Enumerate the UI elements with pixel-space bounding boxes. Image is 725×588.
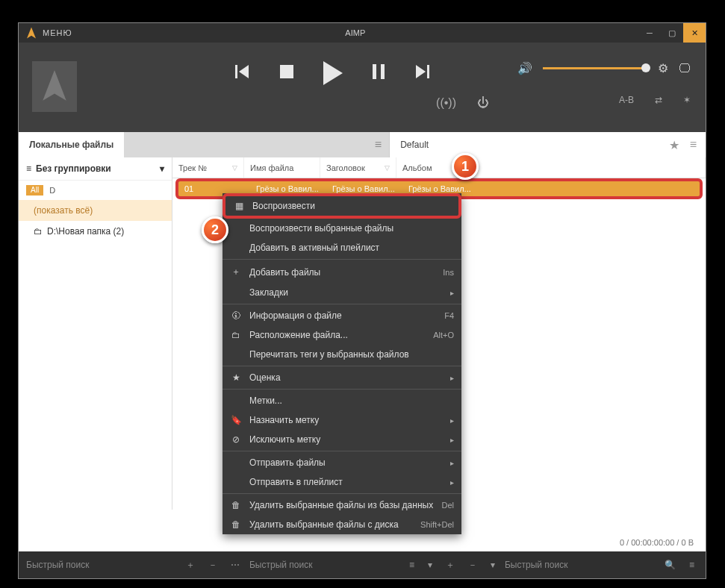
minimize-button[interactable]: ─ xyxy=(638,23,661,43)
equalizer-button[interactable]: ⚙ xyxy=(658,61,668,75)
sidebar: ≡ Без группировки ▾ All D (показать всё)… xyxy=(19,157,172,510)
sidebar-folder[interactable]: 🗀 D:\Новая папка (2) xyxy=(19,221,172,242)
play-icon: ▦ xyxy=(233,201,245,211)
close-button[interactable]: ✕ xyxy=(683,23,706,43)
aimp-logo-icon xyxy=(40,70,69,103)
playlist-menu-icon[interactable]: ≡ xyxy=(690,138,697,151)
sort-2-button[interactable]: ▾ xyxy=(487,560,499,570)
player-panel: 🔊 ⚙ 🖵 ((•)) ⏻ A-B ⇄ ✶ xyxy=(19,43,706,132)
annotation-badge-2: 2 xyxy=(202,216,228,243)
maximize-button[interactable]: ▢ xyxy=(661,23,683,43)
ctx-play[interactable]: ▦Воспроизвести xyxy=(223,193,461,219)
footer-bar: Быстрый поиск ＋ － ⋯ Быстрый поиск ≡ ▾ ＋ … xyxy=(19,551,706,578)
grouping-label: Без группировки xyxy=(36,163,111,174)
ctx-sep xyxy=(223,451,461,451)
prev-button[interactable] xyxy=(235,65,250,81)
ctx-bookmarks[interactable]: Закладки xyxy=(223,283,461,302)
chip-all[interactable]: All xyxy=(26,185,43,196)
quick-search-3[interactable]: Быстрый поиск xyxy=(505,560,655,570)
col-album[interactable]: Альбом xyxy=(396,157,706,178)
tab-local-files[interactable]: Локальные файлы xyxy=(19,132,124,157)
app-title: AIMP xyxy=(72,28,638,37)
menu-button[interactable]: МЕНЮ xyxy=(43,28,72,37)
svg-rect-2 xyxy=(373,64,376,79)
ctx-send-playlist[interactable]: Отправить в плейлист xyxy=(223,472,461,492)
folder-icon: 🗀 xyxy=(34,226,43,237)
ctx-labels[interactable]: Метки... xyxy=(223,391,461,410)
svg-rect-3 xyxy=(381,64,385,79)
sort-icon[interactable]: ▾ xyxy=(424,560,436,570)
star-icon: ★ xyxy=(230,372,242,383)
ctx-file-info[interactable]: 🛈Информация о файлеF4 xyxy=(223,306,461,325)
volume-icon[interactable]: 🔊 xyxy=(517,61,532,75)
radio-icon[interactable]: ((•)) xyxy=(436,96,456,110)
remove-2-button[interactable]: － xyxy=(464,559,481,572)
add-button[interactable]: ＋ xyxy=(182,559,199,572)
ctx-add-active-playlist[interactable]: Добавить в активный плейлист xyxy=(223,238,461,257)
shuffle-button[interactable]: ✶ xyxy=(683,95,691,105)
tab-default[interactable]: Default xyxy=(389,132,439,157)
bookmark-off-icon: ⊘ xyxy=(230,434,242,445)
ctx-exclude-label[interactable]: ⊘Исключить метку xyxy=(223,430,461,449)
grouping-dropdown[interactable]: ≡ Без группировки ▾ xyxy=(19,157,172,181)
status-text: 0 / 00:00:00:00 / 0 B xyxy=(620,538,694,547)
ctx-reread-tags[interactable]: Перечитать теги у выбранных файлов xyxy=(223,345,461,364)
pause-button[interactable] xyxy=(373,64,385,82)
cell-title: Грёзы о Вавил... xyxy=(326,184,402,193)
volume-row: 🔊 ⚙ 🖵 xyxy=(517,61,691,75)
col-title[interactable]: Заголовок▽ xyxy=(320,157,396,178)
col-file[interactable]: Имя файла xyxy=(244,157,320,178)
sidebar-show-all[interactable]: (показать всё) xyxy=(19,200,172,221)
more-button[interactable]: ⋯ xyxy=(227,560,243,570)
menu-3-icon[interactable]: ≡ xyxy=(685,560,698,570)
ctx-send-files[interactable]: Отправить файлы xyxy=(223,453,461,472)
ctx-delete-db[interactable]: 🗑Удалить выбранные файлы из базы данныхD… xyxy=(223,495,461,515)
ctx-rating[interactable]: ★Оценка xyxy=(223,368,461,387)
ctx-assign-label[interactable]: 🔖Назначить метку xyxy=(223,410,461,430)
ctx-file-location[interactable]: 🗀Расположение файла...Alt+O xyxy=(223,325,461,345)
hamburger-icon: ≡ xyxy=(26,163,31,174)
filter-chips: All D xyxy=(19,181,172,200)
timer-icon[interactable]: ⏻ xyxy=(477,96,489,110)
delete-disk-icon: 🗑 xyxy=(230,519,242,530)
list-icon[interactable]: ≡ xyxy=(405,560,418,570)
svg-rect-1 xyxy=(280,65,293,78)
annotation-badge-1: 1 xyxy=(452,153,479,180)
stop-button[interactable] xyxy=(280,65,293,81)
info-icon: 🛈 xyxy=(230,310,242,321)
transport-controls xyxy=(235,61,429,85)
chevron-down-icon: ▾ xyxy=(160,163,164,174)
ctx-delete-disk[interactable]: 🗑Удалить выбранные файлы с дискаShift+De… xyxy=(223,515,461,534)
ctx-add-files[interactable]: ＋Добавить файлыIns xyxy=(223,261,461,283)
col-track[interactable]: Трек №▽ xyxy=(172,157,244,178)
ab-repeat-button[interactable]: A-B xyxy=(619,95,634,105)
remove-button[interactable]: － xyxy=(205,559,221,572)
cell-num: 01 xyxy=(178,184,250,193)
context-menu: ▦Воспроизвести Воспроизвести выбранные ф… xyxy=(223,193,461,534)
search-icon[interactable]: 🔍 xyxy=(661,560,679,570)
quick-search-input[interactable]: Быстрый поиск xyxy=(26,560,176,570)
svg-rect-4 xyxy=(427,65,429,78)
ctx-sep xyxy=(223,259,461,260)
delete-icon: 🗑 xyxy=(230,500,242,510)
tab-menu-icon[interactable]: ≡ xyxy=(375,138,382,151)
add-2-button[interactable]: ＋ xyxy=(442,559,458,572)
volume-slider[interactable] xyxy=(543,67,647,69)
ctx-play-selected[interactable]: Воспроизвести выбранные файлы xyxy=(223,219,461,238)
ctx-sep xyxy=(223,366,461,366)
quick-search-2[interactable]: Быстрый поиск xyxy=(249,560,399,570)
sidebar-folder-label: D:\Новая папка (2) xyxy=(47,226,124,237)
favorite-icon[interactable]: ★ xyxy=(669,138,679,152)
titlebar: МЕНЮ AIMP ─ ▢ ✕ xyxy=(19,23,706,43)
play-button[interactable] xyxy=(323,61,343,85)
chip-d[interactable]: D xyxy=(46,185,58,196)
repeat-button[interactable]: ⇄ xyxy=(655,95,662,105)
next-button[interactable] xyxy=(414,65,429,81)
album-art-placeholder xyxy=(32,61,77,112)
display-button[interactable]: 🖵 xyxy=(679,62,691,75)
ctx-sep xyxy=(223,493,461,494)
ctx-sep xyxy=(223,304,461,304)
cell-album: Грёзы о Вавил... xyxy=(402,184,700,193)
plus-icon: ＋ xyxy=(230,266,242,278)
cell-file: Грёзы о Вавил... xyxy=(250,184,326,193)
